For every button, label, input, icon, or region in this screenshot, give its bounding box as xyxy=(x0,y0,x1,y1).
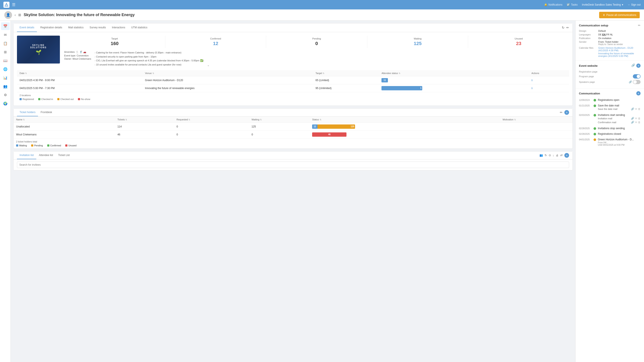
tab-ticket-holders[interactable]: Ticket holders xyxy=(17,109,38,116)
link-conf-icon[interactable]: 🔗 xyxy=(631,121,634,124)
ticket-holder-actions: ✏ + xyxy=(560,109,569,116)
sidebar-item-calendar[interactable]: 📅 xyxy=(1,22,10,30)
event-website-header: Event website 🔗 + xyxy=(579,63,640,68)
add-invitee-button[interactable]: + xyxy=(564,153,569,158)
expand-icon[interactable]: ⌄ xyxy=(207,63,210,67)
refresh-inv-icon[interactable]: ↻ xyxy=(544,154,547,157)
tab-attendee-list[interactable]: Attendee list xyxy=(36,151,56,159)
comm-title-registrations-open: Registrations open xyxy=(598,98,640,101)
event-details-card: Event details Registration details Mail … xyxy=(13,23,573,106)
search-input[interactable] xyxy=(17,162,569,168)
comm-content-1: Registrations open xyxy=(598,98,640,101)
tab-invitation-list[interactable]: Invitation list xyxy=(17,151,36,159)
sidebar-item-list[interactable]: 📋 xyxy=(1,39,10,47)
invitation-list-card: Invitation list Attendee list Ticket Lis… xyxy=(13,151,573,170)
bell-icon: 🔔 xyxy=(544,3,548,6)
tab-registration-details[interactable]: Registration details xyxy=(38,23,65,32)
invitation-tabs: Invitation list Attendee list Ticket Lis… xyxy=(14,151,572,159)
edit-holders-icon[interactable]: ✏ xyxy=(560,110,563,114)
speakers-page-toggle[interactable] xyxy=(633,80,640,84)
sidebar-item-book[interactable]: 📖 xyxy=(1,57,10,64)
tab-event-details[interactable]: Event details xyxy=(17,23,37,32)
row1-info-icon[interactable]: ℹ xyxy=(532,79,532,82)
sign-out-button[interactable]: → Sign out xyxy=(628,3,640,6)
right-panel: Communication setup ✏ Design Default Lan… xyxy=(575,20,644,362)
settings-inv-icon[interactable]: ⊙ xyxy=(549,154,551,157)
sidebar-item-settings[interactable]: ⚙ xyxy=(1,91,10,99)
sidebar-item-mail[interactable]: ✉ xyxy=(1,31,10,39)
calendar-label: Calendar files xyxy=(579,46,598,57)
grid-icon[interactable]: ⊞ xyxy=(18,13,21,17)
stat-waiting: Waiting 125 xyxy=(367,36,468,48)
sidebar-item-chart[interactable]: 📊 xyxy=(1,74,10,81)
add-communication-button[interactable]: + xyxy=(636,91,640,95)
mail-conf-icon[interactable]: ✉ xyxy=(635,121,637,124)
delete-sub-icon[interactable]: 🗑 xyxy=(638,107,640,110)
comm-registrations-open: 12/09/2024 Registrations open xyxy=(576,97,644,103)
link-icon[interactable]: 🔗 xyxy=(631,63,635,68)
reg-page-row: Registration page xyxy=(579,70,640,73)
sidebar-item-layers[interactable]: ⊞ xyxy=(1,48,10,56)
sidebar-item-globe2[interactable]: 🌍 xyxy=(1,100,10,107)
event-type-value: Convention xyxy=(77,54,89,57)
org-selector[interactable]: InviteDesk Sandbox Sales Testing ▾ xyxy=(582,3,623,6)
notifications-nav[interactable]: 🔔 Notifications xyxy=(544,3,562,6)
tasks-nav[interactable]: ☑️ Tasks xyxy=(567,3,578,6)
holders-table: Name ⇅ Tickets ⇅ Requested ⇅ Waiting ⇅ S… xyxy=(14,116,572,138)
shuffle-inv-icon[interactable]: ⇄ xyxy=(560,154,563,157)
tab-interactions[interactable]: Interactions xyxy=(109,23,128,32)
hamburger-button[interactable]: ☰ xyxy=(12,2,16,7)
refresh-icon[interactable]: ↻ xyxy=(562,26,564,30)
tab-survey-results[interactable]: Survey results xyxy=(87,23,108,32)
pause-communications-button[interactable]: ⏸ Pause all communications xyxy=(599,12,640,18)
comm-date-2: 01/21/2025 xyxy=(579,104,594,107)
download-inv-icon[interactable]: ↓ xyxy=(553,154,554,157)
program-page-row: Program page xyxy=(579,74,640,78)
row2-target: 95 (Unlimited) xyxy=(313,84,379,92)
holder2-requested: 0 xyxy=(174,130,249,138)
tab-frontdesk[interactable]: Frontdesk xyxy=(38,109,54,116)
communication-header: Communication + xyxy=(576,89,644,97)
event-stats: Target 160 Confirmed 12 Pending 0 xyxy=(64,36,569,48)
tab-utm-statistics[interactable]: UTM statistics xyxy=(128,23,150,32)
col-name: Name ⇅ xyxy=(14,116,115,123)
comm-date-1: 12/09/2024 xyxy=(579,98,594,101)
legend-waiting: Waiting xyxy=(16,144,27,147)
tab-mail-statistics[interactable]: Mail statistics xyxy=(66,23,86,32)
delete-conf-icon[interactable]: 🗑 xyxy=(638,121,640,124)
link-sub-icon[interactable]: 🔗 xyxy=(631,107,634,110)
sidebar-item-users[interactable]: 👥 xyxy=(1,82,10,90)
tab-actions: ↻ ✏ xyxy=(562,23,569,32)
mail-sub-icon[interactable]: ✉ xyxy=(635,107,637,110)
app-logo[interactable] xyxy=(4,2,10,8)
event-stats-wrapper: Target 160 Confirmed 12 Pending 0 xyxy=(64,36,569,67)
sidebar-item-globe[interactable]: 🌐 xyxy=(1,65,10,73)
program-page-toggle[interactable] xyxy=(633,74,640,78)
add-website-button[interactable]: + xyxy=(636,63,640,68)
comm-dot-5 xyxy=(594,133,596,135)
add-holder-button[interactable]: + xyxy=(564,110,569,115)
delete-inv-icon[interactable]: 🗑 xyxy=(638,117,640,120)
event-amenities: Amenities: 🍴 🥤 🚗 Event type: Convention xyxy=(64,51,91,60)
link-inv-icon[interactable]: 🔗 xyxy=(631,117,634,120)
col-waiting: Waiting ⇅ xyxy=(249,116,310,123)
holders-legend: Waiting Pending Confirmed Unused xyxy=(16,144,570,147)
col-requested: Requested ⇅ xyxy=(174,116,249,123)
save-date-mail-label: Save the date mail xyxy=(598,108,618,110)
comm-setup-edit-icon[interactable]: ✏ xyxy=(638,23,640,27)
edit-icon[interactable]: ✏ xyxy=(566,26,569,30)
back-button[interactable]: ‹ xyxy=(14,13,16,17)
communication-section: Communication + 12/09/2024 Registrations… xyxy=(576,89,644,147)
tab-ticket-list[interactable]: Ticket List xyxy=(56,151,72,159)
comm-sub-save-date: Save the date mail 🔗 ✉ 🗑 xyxy=(598,107,640,111)
pending-label: Pending xyxy=(268,37,365,40)
mail-inv-icon[interactable]: ✉ xyxy=(635,117,637,120)
legend: Registered Checked in Checked out No-sho… xyxy=(20,98,566,100)
communication-title: Communication xyxy=(579,92,600,95)
sender-label: Sender xyxy=(579,40,598,45)
people-icon[interactable]: 👥 xyxy=(540,154,543,157)
row2-info-icon[interactable]: ℹ xyxy=(532,87,532,90)
print-inv-icon[interactable]: 🖨 xyxy=(556,154,558,157)
conf-mail-actions: 🔗 ✉ 🗑 xyxy=(631,121,640,124)
owner-label: Owner: xyxy=(64,57,72,60)
